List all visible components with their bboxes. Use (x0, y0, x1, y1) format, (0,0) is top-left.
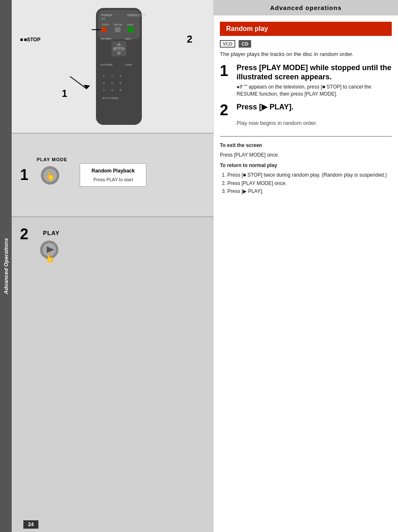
svg-text:ENTER: ENTER (115, 47, 122, 49)
extra-info: To exit the screen Press [PLAY MODE] onc… (214, 142, 398, 195)
svg-point-8 (101, 27, 107, 33)
osd-display: Random Playback Press PLAY to start (80, 163, 146, 187)
osd-subtitle: Press PLAY to start (86, 177, 140, 182)
step1-number: 1 (20, 166, 28, 184)
step2-text: Press [▶ PLAY]. (237, 103, 293, 112)
step2-num: 2 (220, 103, 232, 118)
return-step-item: Press [■ STOP] twice during random play.… (227, 171, 392, 179)
osd-title: Random Playback (86, 168, 140, 174)
svg-text:👆: 👆 (45, 171, 55, 181)
step1-num: 1 (220, 63, 232, 79)
play-btn-svg: 👆 (37, 238, 66, 267)
svg-text:OPEN/CLOSE: OPEN/CLOSE (127, 14, 146, 17)
cd-badge: CD (239, 40, 251, 48)
svg-text:MENU: MENU (125, 38, 131, 40)
return-heading: To return to normal play (220, 162, 392, 170)
svg-text:PLAY: PLAY (127, 23, 134, 26)
play-mode-btn-svg: 👆 (38, 164, 67, 193)
step2-sub: Play now begins in random order. (220, 120, 392, 126)
step1-note: ●If "" appears on the television, press … (220, 84, 392, 98)
badge-row: VCD CD (214, 40, 398, 48)
return-step-item: Press [PLAY MODE] once. (227, 180, 392, 187)
step1-text: Press [PLAY MODE] while stopped until th… (237, 63, 392, 81)
svg-text:PAUSE: PAUSE (114, 23, 122, 26)
svg-text:AUDIO: AUDIO (125, 63, 132, 66)
return-step-item: Press [▶ PLAY]. (227, 187, 392, 195)
remote-svg: POWER On/I OPEN/CLOSE STOP PAUSE PLAY 1 … (86, 4, 152, 129)
play-mode-button-illustration: PLAY MODE 👆 (37, 157, 67, 193)
step1-heading: 1 Press [PLAY MODE] while stopped until … (220, 63, 392, 81)
left-panel: ■STOP 2 POWER On/I OPEN/CLOSE STOP PAUSE… (12, 0, 214, 532)
sidebar: Advanced Operations (0, 0, 12, 532)
step1-panel: 1 PLAY MODE 👆 Random Playback Press PLAY… (12, 134, 213, 217)
svg-line-33 (70, 76, 87, 89)
svg-text:TOP MENU: TOP MENU (101, 38, 112, 40)
step-number-remote-2: 2 (187, 33, 192, 45)
svg-text:STOP: STOP (102, 23, 109, 26)
svg-text:👆: 👆 (44, 253, 55, 263)
page-header: Advanced operations (214, 0, 398, 15)
step2-number: 2 (20, 225, 28, 243)
intro-text: The player plays the tracks on the disc … (214, 51, 398, 57)
right-panel: Advanced operations Random play VCD CD T… (214, 0, 398, 532)
step2-right: 2 Press [▶ PLAY]. Play now begins in ran… (214, 103, 398, 126)
page-number: 24 (23, 520, 38, 529)
play-mode-label: PLAY MODE (37, 157, 67, 162)
step2-heading: 2 Press [▶ PLAY]. (220, 103, 392, 118)
vcd-badge: VCD (220, 40, 235, 48)
exit-heading: To exit the screen (220, 142, 392, 149)
sidebar-label: Advanced Operations (3, 238, 9, 294)
step1-right: 1 Press [PLAY MODE] while stopped until … (214, 63, 398, 98)
play-button-illustration: PLAY 👆 (37, 230, 66, 267)
svg-rect-9 (115, 27, 121, 32)
svg-text:SET UP CANCEL: SET UP CANCEL (102, 97, 119, 99)
play-label: PLAY (43, 230, 60, 236)
svg-point-10 (128, 27, 134, 33)
arrow-svg (66, 72, 91, 97)
remote-illustration: ■STOP 2 POWER On/I OPEN/CLOSE STOP PAUSE… (12, 0, 213, 134)
stop-label: ■STOP (20, 37, 40, 43)
return-steps-list: Press [■ STOP] twice during random play.… (220, 171, 392, 195)
divider (220, 136, 392, 137)
svg-text:On/I: On/I (101, 18, 105, 20)
step2-panel: 2 PLAY 👆 (12, 217, 213, 532)
section-title: Random play (220, 22, 392, 36)
svg-text:PLAY MODE: PLAY MODE (101, 63, 113, 66)
exit-text: Press [PLAY MODE] once. (220, 151, 392, 159)
svg-text:POWER: POWER (101, 14, 112, 17)
